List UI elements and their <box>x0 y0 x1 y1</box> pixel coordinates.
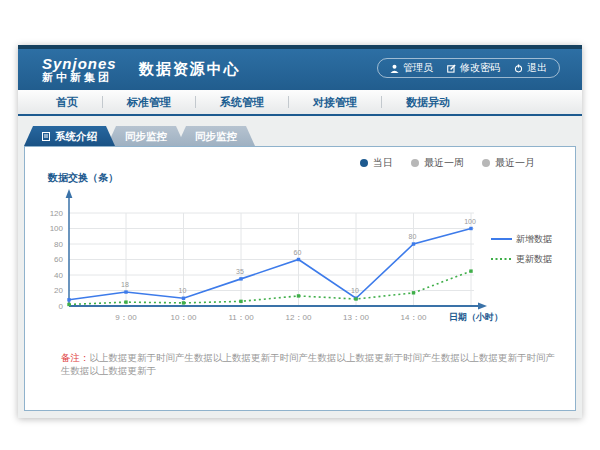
footnote-prefix: 备注： <box>61 352 90 363</box>
content-area: 系统介绍同步监控同步监控 当日最近一周最近一月 数据交换（条） 02040608… <box>18 116 582 411</box>
data-point[interactable] <box>239 300 242 303</box>
footnote: 备注：以上数据更新于时间产生数据以上数据更新于时间产生数据以上数据更新于时间产生… <box>61 352 561 378</box>
radio-label: 最近一周 <box>424 156 464 170</box>
tab-label: 系统介绍 <box>55 126 97 146</box>
series-line-更新数据 <box>69 271 471 304</box>
data-point[interactable] <box>412 242 415 245</box>
radio-dot-icon <box>482 159 490 167</box>
data-point[interactable] <box>469 269 472 272</box>
y-tick-label: 120 <box>50 209 64 218</box>
x-tick-label: 14：00 <box>401 313 427 322</box>
y-axis-arrow-icon <box>66 189 73 198</box>
data-point[interactable] <box>124 300 127 303</box>
y-axis-title: 数据交换（条） <box>48 171 118 185</box>
tab-3[interactable]: 同步监控 <box>177 126 255 146</box>
line-chart: 0204060801001201810356010801009：0010：001… <box>25 186 577 338</box>
data-point[interactable] <box>297 294 300 297</box>
user-account-button[interactable]: 管理员 <box>390 61 433 75</box>
x-tick-label: 12：00 <box>286 313 312 322</box>
data-point-label: 100 <box>464 218 476 225</box>
y-tick-label: 80 <box>54 240 63 249</box>
chart-wrap: 0204060801001201810356010801009：0010：001… <box>25 186 577 342</box>
x-tick-label: 13：00 <box>343 313 369 322</box>
x-axis-arrow-icon <box>478 303 487 310</box>
tab-bar: 系统介绍同步监控同步监控 <box>24 126 576 146</box>
x-tick-label: 10：00 <box>171 313 197 322</box>
x-tick-label: 11：00 <box>228 313 254 322</box>
data-point-label: 35 <box>236 268 244 275</box>
time-range-filter: 当日最近一周最近一月 <box>360 156 535 170</box>
document-icon <box>42 132 50 141</box>
y-tick-label: 40 <box>54 271 63 280</box>
power-icon <box>514 64 523 73</box>
user-toolbar: 管理员 修改密码 退出 <box>377 58 560 78</box>
radio-label: 当日 <box>373 156 393 170</box>
app-header: Synjones 新中新集团 数据资源中心 管理员 修改密码 退出 <box>18 45 582 90</box>
tab-label: 同步监控 <box>125 126 167 146</box>
data-point[interactable] <box>469 227 472 230</box>
radio-最近一周[interactable]: 最近一周 <box>411 156 464 170</box>
data-point[interactable] <box>239 277 242 280</box>
logout-button[interactable]: 退出 <box>514 61 547 75</box>
radio-dot-icon <box>411 159 419 167</box>
edit-icon <box>447 64 456 73</box>
radio-当日[interactable]: 当日 <box>360 156 393 170</box>
nav-item-2[interactable]: 标准管理 <box>103 95 195 110</box>
data-point-label: 18 <box>121 281 129 288</box>
data-point[interactable] <box>124 290 127 293</box>
nav-item-4[interactable]: 对接管理 <box>289 95 381 110</box>
nav-item-3[interactable]: 系统管理 <box>196 95 288 110</box>
logout-label: 退出 <box>527 61 547 75</box>
data-point[interactable] <box>182 301 185 304</box>
app-window: Synjones 新中新集团 数据资源中心 管理员 修改密码 退出 首页标准管理… <box>18 45 582 418</box>
data-point[interactable] <box>297 258 300 261</box>
footnote-text: 以上数据更新于时间产生数据以上数据更新于时间产生数据以上数据更新于时间产生数据以… <box>61 352 555 376</box>
tab-2[interactable]: 同步监控 <box>107 126 185 146</box>
page-title: 数据资源中心 <box>139 60 241 79</box>
data-point-label: 80 <box>409 233 417 240</box>
user-icon <box>390 64 399 73</box>
main-nav: 首页标准管理系统管理对接管理数据异动 <box>18 90 582 116</box>
change-password-label: 修改密码 <box>460 61 500 75</box>
radio-最近一月[interactable]: 最近一月 <box>482 156 535 170</box>
data-point-label: 10 <box>351 287 359 294</box>
y-tick-label: 60 <box>54 255 63 264</box>
radio-label: 最近一月 <box>495 156 535 170</box>
y-tick-label: 100 <box>50 224 64 233</box>
nav-item-5[interactable]: 数据异动 <box>382 95 474 110</box>
y-tick-label: 20 <box>54 286 63 295</box>
logo-brand-text: Synjones <box>42 56 117 72</box>
data-point[interactable] <box>412 291 415 294</box>
data-point-label: 10 <box>179 287 187 294</box>
company-logo: Synjones 新中新集团 <box>42 56 117 83</box>
radio-dot-icon <box>360 159 368 167</box>
legend-label[interactable]: 新增数据 <box>516 234 552 244</box>
data-point[interactable] <box>67 298 70 301</box>
legend-label[interactable]: 更新数据 <box>516 254 552 264</box>
y-tick-label: 0 <box>59 302 64 311</box>
logo-company-name: 新中新集团 <box>42 72 117 84</box>
user-label: 管理员 <box>403 61 433 75</box>
chart-panel: 当日最近一周最近一月 数据交换（条） 020406080100120181035… <box>24 146 576 411</box>
x-tick-label: 9：00 <box>115 313 137 322</box>
data-point-label: 60 <box>294 249 302 256</box>
data-point[interactable] <box>67 303 70 306</box>
x-axis-title: 日期（小时） <box>449 312 503 322</box>
tab-1[interactable]: 系统介绍 <box>24 126 115 146</box>
data-point[interactable] <box>354 297 357 300</box>
tab-label: 同步监控 <box>195 126 237 146</box>
data-point[interactable] <box>182 297 185 300</box>
nav-item-1[interactable]: 首页 <box>32 95 102 110</box>
change-password-button[interactable]: 修改密码 <box>447 61 500 75</box>
